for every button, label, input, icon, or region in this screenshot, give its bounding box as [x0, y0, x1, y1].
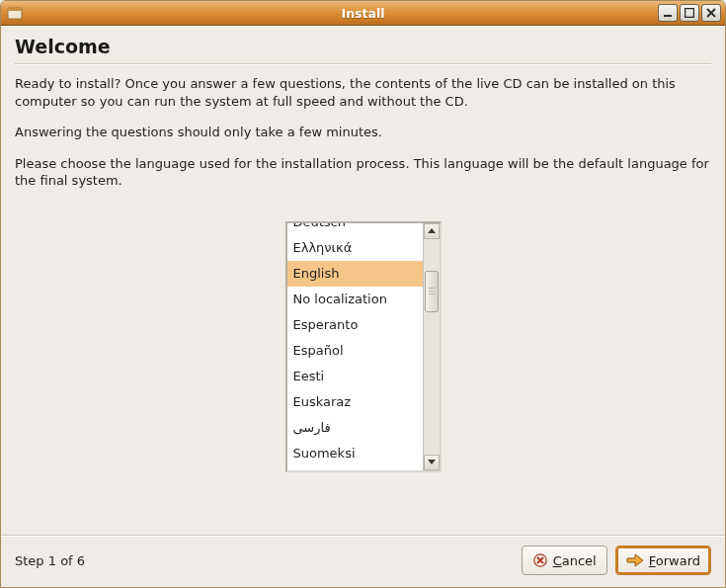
minimize-button[interactable]	[658, 4, 678, 22]
language-option[interactable]: No localization	[287, 287, 423, 312]
svg-rect-1	[8, 8, 22, 11]
scroll-thumb[interactable]	[425, 271, 439, 312]
maximize-button[interactable]	[680, 4, 699, 22]
svg-rect-3	[686, 9, 694, 18]
page-title: Welcome	[15, 36, 711, 57]
install-window: Install Welcome Ready to install? Once y…	[0, 0, 726, 588]
scroll-up-button[interactable]	[424, 223, 440, 239]
language-option[interactable]: Deutsch	[287, 223, 423, 235]
language-option[interactable]: Español	[287, 338, 423, 364]
language-list-viewport: DeutschΕλληνικάEnglishNo localizationEsp…	[287, 223, 423, 470]
forward-icon	[626, 553, 644, 567]
footer: Step 1 of 6 Cancel Forward	[1, 535, 725, 587]
time-paragraph: Answering the questions should only take…	[15, 124, 711, 141]
scrollbar[interactable]	[423, 223, 440, 470]
language-option[interactable]: Français	[287, 466, 423, 470]
cancel-label: Cancel	[553, 553, 597, 568]
window-title: Install	[1, 6, 725, 21]
forward-button[interactable]: Forward	[615, 546, 711, 575]
titlebar: Install	[1, 1, 725, 26]
language-paragraph: Please choose the language used for the …	[15, 155, 711, 190]
forward-label: Forward	[649, 553, 700, 568]
language-option[interactable]: Ελληνικά	[287, 235, 423, 261]
language-listbox[interactable]: DeutschΕλληνικάEnglishNo localizationEsp…	[285, 221, 442, 472]
language-option[interactable]: English	[287, 261, 423, 287]
content-area: Welcome Ready to install? Once you answe…	[1, 26, 725, 535]
language-option[interactable]: Euskaraz	[287, 389, 423, 415]
language-option[interactable]: Esperanto	[287, 312, 423, 338]
cancel-icon	[532, 552, 548, 568]
app-icon	[7, 5, 23, 21]
language-option[interactable]: Suomeksi	[287, 441, 423, 466]
close-button[interactable]	[701, 4, 721, 22]
body-text: Ready to install? Once you answer a few …	[15, 75, 711, 204]
separator	[15, 63, 711, 65]
language-option[interactable]: فارسی	[287, 415, 423, 441]
cancel-button[interactable]: Cancel	[522, 546, 607, 575]
svg-rect-2	[664, 15, 672, 17]
step-indicator: Step 1 of 6	[15, 553, 85, 568]
language-option[interactable]: Eesti	[287, 364, 423, 389]
window-controls	[658, 4, 725, 22]
intro-paragraph: Ready to install? Once you answer a few …	[15, 75, 711, 110]
scroll-down-button[interactable]	[424, 455, 440, 470]
language-list-container: DeutschΕλληνικάEnglishNo localizationEsp…	[15, 221, 711, 472]
